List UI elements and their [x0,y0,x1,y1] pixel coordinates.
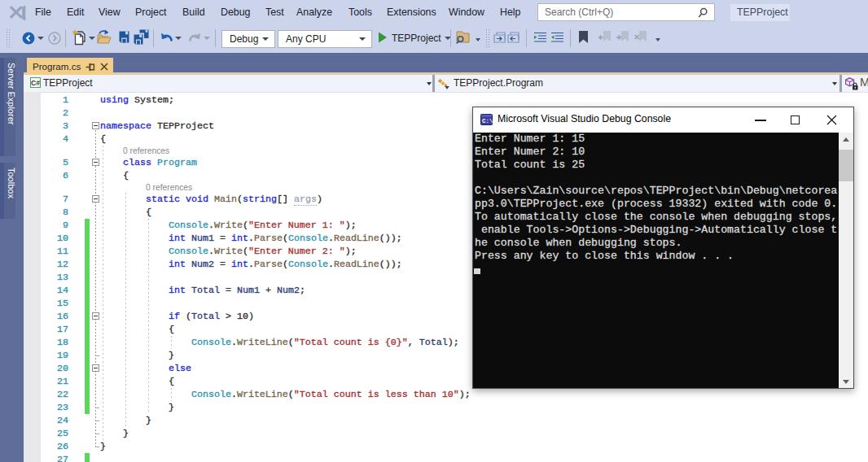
svg-text:C:\: C:\ [482,118,493,124]
svg-text:C#: C# [31,79,40,87]
